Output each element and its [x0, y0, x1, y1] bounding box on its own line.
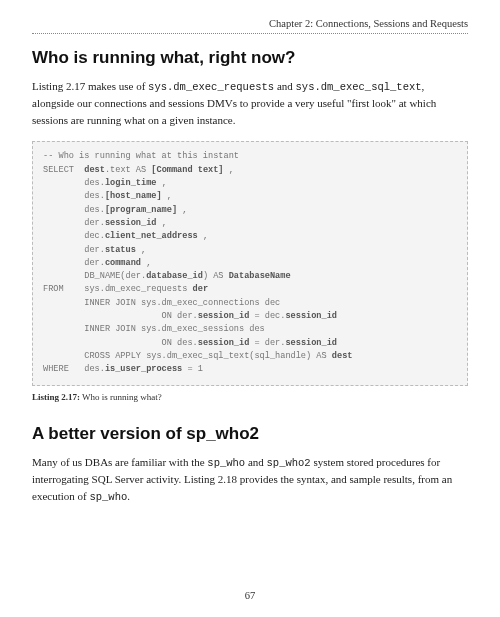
section-heading-2: A better version of sp_who2 — [32, 424, 468, 444]
inline-code: sys.dm_exec_requests — [148, 81, 274, 93]
code-listing: -- Who is running what at this instant S… — [32, 141, 468, 385]
caption-label: Listing 2.17: — [32, 392, 80, 402]
text: and — [274, 80, 295, 92]
inline-code: sp_who — [207, 457, 245, 469]
text: and — [245, 456, 266, 468]
section-heading-1: Who is running what, right now? — [32, 48, 468, 68]
inline-code: sys.dm_exec_sql_text — [296, 81, 422, 93]
text: . — [127, 490, 130, 502]
header-rule — [32, 33, 468, 34]
text: Many of us DBAs are familiar with the — [32, 456, 207, 468]
listing-caption: Listing 2.17: Who is running what? — [32, 392, 468, 402]
page-number: 67 — [0, 590, 500, 601]
chapter-header: Chapter 2: Connections, Sessions and Req… — [32, 18, 468, 33]
text: Listing 2.17 makes use of — [32, 80, 148, 92]
inline-code: sp_who2 — [267, 457, 311, 469]
inline-code: sp_who — [89, 491, 127, 503]
section2-paragraph: Many of us DBAs are familiar with the sp… — [32, 454, 468, 506]
section1-paragraph: Listing 2.17 makes use of sys.dm_exec_re… — [32, 78, 468, 129]
caption-text: Who is running what? — [80, 392, 162, 402]
